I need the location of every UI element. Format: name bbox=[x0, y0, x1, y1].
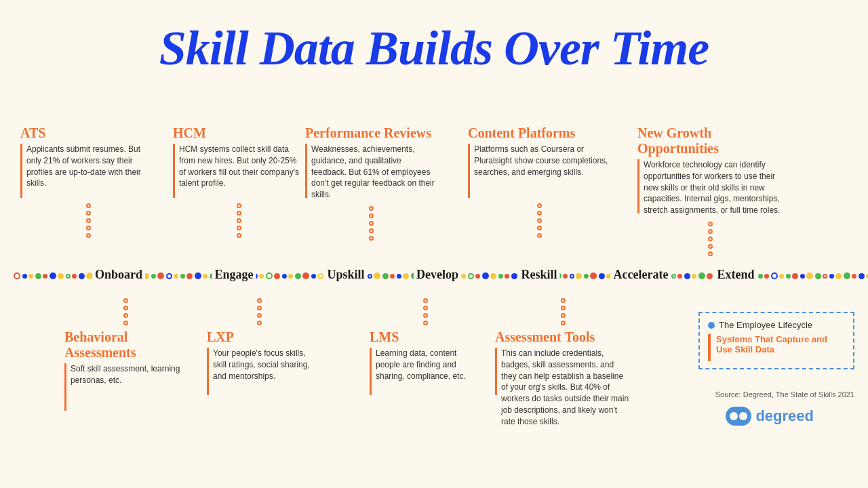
timeline-dot bbox=[475, 274, 480, 279]
timeline-dot bbox=[764, 274, 769, 279]
legend-subtitle-text: Systems That Capture and Use Skill Data bbox=[716, 334, 845, 354]
timeline-dot bbox=[282, 274, 287, 279]
section-bar-hcm bbox=[173, 144, 175, 198]
timeline-dot bbox=[823, 274, 827, 279]
section-text-lms: Learning data, content people are findin… bbox=[376, 348, 481, 395]
degreed-icon bbox=[726, 407, 751, 426]
section-bar-content bbox=[468, 144, 470, 198]
connector-dot bbox=[86, 218, 91, 223]
timeline-dot bbox=[786, 274, 791, 279]
timeline-dot bbox=[151, 274, 156, 279]
degreed-brand-name: degreed bbox=[755, 407, 814, 425]
legend-dot bbox=[708, 322, 715, 329]
connector-dot bbox=[423, 321, 428, 325]
section-bar-assessment bbox=[495, 348, 497, 395]
connector-dot bbox=[423, 313, 428, 318]
timeline-dot bbox=[505, 274, 509, 279]
connector-dot bbox=[237, 203, 241, 208]
timeline-dot bbox=[511, 273, 517, 279]
connector-dot bbox=[237, 218, 241, 223]
section-title-performance: Performance Reviews bbox=[305, 125, 437, 141]
stage-label-reskill: Reskill bbox=[518, 266, 559, 283]
timeline-dot bbox=[397, 274, 401, 279]
timeline-dot bbox=[590, 272, 597, 279]
section-text-performance: Weaknesses, achievements, guidance, and … bbox=[311, 144, 437, 201]
connector-dot bbox=[257, 306, 262, 310]
section-title-assessment: Assessment Tools bbox=[495, 329, 631, 345]
connector-dot bbox=[708, 237, 713, 241]
timeline-dot bbox=[195, 272, 201, 279]
source-text: Source: Degreed, The State of Skills 202… bbox=[715, 390, 854, 399]
timeline-dot bbox=[806, 272, 813, 279]
connector-dot bbox=[86, 233, 91, 238]
connector-dot bbox=[708, 251, 713, 256]
timeline-dot bbox=[792, 273, 798, 279]
connector-dot bbox=[369, 236, 374, 241]
connector-dot bbox=[369, 228, 374, 233]
timeline-dot bbox=[35, 273, 41, 279]
timeline-dot bbox=[203, 274, 208, 279]
connector-dot bbox=[423, 306, 428, 310]
connector-dot bbox=[237, 211, 241, 216]
timeline-dot bbox=[274, 273, 280, 279]
timeline-dot bbox=[259, 274, 264, 279]
connector-dot bbox=[257, 313, 262, 318]
top-section-hcm: HCMHCM systems collect skill data from n… bbox=[173, 125, 305, 238]
connector-dot bbox=[237, 226, 241, 230]
timeline-dot bbox=[50, 272, 56, 279]
timeline-dot bbox=[374, 272, 380, 279]
connector-dot bbox=[561, 298, 566, 303]
timeline-dot bbox=[28, 274, 33, 279]
timeline-dot bbox=[599, 273, 605, 279]
stage-label-develop: Develop bbox=[414, 266, 461, 283]
timeline-dot bbox=[852, 274, 856, 279]
section-bar-performance bbox=[305, 144, 307, 198]
timeline-dot bbox=[390, 274, 395, 279]
timeline-dot bbox=[815, 273, 821, 279]
timeline-dot bbox=[482, 272, 489, 279]
timeline-dot bbox=[403, 273, 409, 279]
legend-bar bbox=[708, 334, 711, 361]
connector-dot bbox=[369, 221, 374, 226]
bottom-section-lms: LMSLearning data, content people are fin… bbox=[370, 298, 481, 395]
connector-dot bbox=[537, 233, 542, 238]
timeline-dot bbox=[800, 274, 805, 279]
timeline-dot bbox=[570, 274, 574, 279]
connector-dot bbox=[86, 226, 91, 230]
section-title-content: Content Platforms bbox=[468, 125, 610, 141]
timeline-dot bbox=[311, 274, 316, 279]
section-bar-ats bbox=[20, 144, 22, 198]
timeline-dot bbox=[180, 274, 185, 279]
timeline-dot bbox=[844, 272, 850, 279]
timeline-dot bbox=[43, 274, 47, 279]
timeline-dot bbox=[584, 274, 589, 279]
section-text-newgrowth: Workforce technology can identify opport… bbox=[644, 159, 783, 216]
bottom-section-lxp: LXPYour people's focus skills, skill rat… bbox=[207, 298, 312, 395]
section-text-ats: Applicants submit resumes. But only 21% … bbox=[26, 144, 156, 198]
connector-dot bbox=[708, 222, 713, 226]
top-section-newgrowth: New Growth OpportunitiesWorkforce techno… bbox=[637, 125, 783, 256]
stage-label-upskill: Upskill bbox=[324, 266, 367, 283]
stage-label-engage: Engage bbox=[212, 266, 256, 283]
section-text-content: Platforms such as Coursera or Pluralsigh… bbox=[474, 144, 610, 198]
connector-dot bbox=[86, 211, 91, 216]
timeline-dot bbox=[671, 274, 676, 279]
timeline-dot bbox=[692, 274, 696, 279]
section-title-behavioral: Behavioral Assessments bbox=[64, 329, 186, 361]
section-bar-lms bbox=[370, 348, 372, 395]
section-text-behavioral: Soft skill assessment, learning personas… bbox=[71, 363, 186, 411]
timeline-dot bbox=[72, 274, 77, 279]
bottom-section-assessment: Assessment ToolsThis can include credent… bbox=[495, 298, 631, 428]
timeline-dot bbox=[157, 272, 164, 279]
timeline-dot bbox=[490, 273, 496, 279]
top-section-content: Content PlatformsPlatforms such as Cours… bbox=[468, 125, 610, 238]
connector-dot bbox=[537, 226, 542, 230]
section-title-hcm: HCM bbox=[173, 125, 305, 141]
connector-dot bbox=[369, 214, 374, 218]
section-bar-behavioral bbox=[64, 363, 66, 411]
top-section-ats: ATSApplicants submit resumes. But only 2… bbox=[20, 125, 156, 238]
timeline-dot bbox=[758, 274, 763, 279]
timeline-dot bbox=[174, 274, 178, 279]
connector-dot bbox=[123, 321, 128, 325]
connector-dot bbox=[537, 218, 542, 223]
